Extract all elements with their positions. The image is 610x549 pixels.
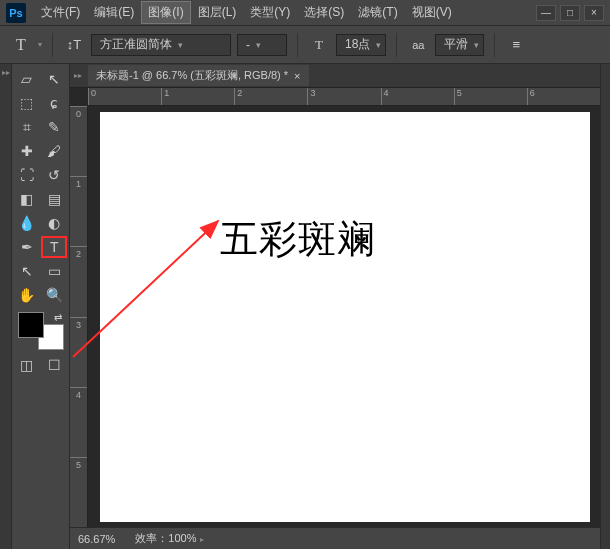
history-brush-tool[interactable]: ↺ [42, 164, 68, 186]
marquee-tool[interactable]: ⬚ [14, 92, 40, 114]
healing-tool[interactable]: ✚ [14, 140, 40, 162]
ruler-horizontal[interactable]: 0 1 2 3 4 5 6 [88, 88, 600, 106]
text-align-button[interactable]: ≡ [505, 34, 527, 56]
zoom-level[interactable]: 66.67% [78, 533, 115, 545]
eraser-tool[interactable]: ◧ [14, 188, 40, 210]
active-tool-indicator[interactable]: T [10, 34, 32, 56]
menu-file[interactable]: 文件(F) [34, 1, 87, 24]
font-size-icon: T [308, 34, 330, 56]
anti-alias-value: 平滑 [444, 36, 468, 53]
anti-alias-dropdown[interactable]: 平滑 ▾ [435, 34, 484, 56]
ruler-vertical[interactable]: 0 1 2 3 4 5 [70, 106, 88, 527]
arrow-cursor[interactable]: ↖ [42, 68, 68, 90]
canvas-area: ▸▸ 未标题-1 @ 66.7% (五彩斑斓, RGB/8) * × 0 1 2… [70, 64, 600, 549]
lasso-tool[interactable]: ɕ [42, 92, 68, 114]
canvas-viewport: 0 1 2 3 4 5 6 0 1 2 3 4 5 五彩斑斓 [70, 88, 600, 527]
tab-nav-icon[interactable]: ▸▸ [74, 71, 82, 80]
menu-select[interactable]: 选择(S) [297, 1, 351, 24]
tool-preset-dropdown-icon[interactable]: ▾ [38, 40, 42, 49]
left-panel-collapse[interactable]: ▸▸ [0, 64, 12, 549]
swap-colors-icon[interactable]: ⇄ [54, 312, 62, 323]
menubar: Ps 文件(F) 编辑(E) 图像(I) 图层(L) 类型(Y) 选择(S) 滤… [0, 0, 610, 26]
close-tab-icon[interactable]: × [294, 70, 300, 82]
stamp-tool[interactable]: ⛶ [14, 164, 40, 186]
chevron-down-icon: ▾ [256, 40, 261, 50]
font-size-dropdown[interactable]: 18点 ▾ [336, 34, 386, 56]
pen-tool[interactable]: ✒ [14, 236, 39, 258]
minimize-button[interactable]: — [536, 5, 556, 21]
options-bar: T ▾ ↕T 方正准圆简体 ▾ - ▾ T 18点 ▾ aa 平滑 ▾ ≡ [0, 26, 610, 64]
font-style-value: - [246, 38, 250, 52]
hand-tool[interactable]: ✋ [14, 284, 40, 306]
document-tab-bar: ▸▸ 未标题-1 @ 66.7% (五彩斑斓, RGB/8) * × [70, 64, 600, 88]
status-bar: 66.67% 效率：100% ▸ [70, 527, 600, 549]
maximize-button[interactable]: □ [560, 5, 580, 21]
font-family-dropdown[interactable]: 方正准圆简体 ▾ [91, 34, 231, 56]
font-style-dropdown[interactable]: - ▾ [237, 34, 287, 56]
crop-tool[interactable]: ⌗ [14, 116, 40, 138]
menu-edit[interactable]: 编辑(E) [87, 1, 141, 24]
brush-tool[interactable]: 🖌 [42, 140, 68, 162]
anti-alias-label: aa [407, 34, 429, 56]
menu-layer[interactable]: 图层(L) [191, 1, 244, 24]
dodge-tool[interactable]: ◐ [42, 212, 68, 234]
text-orientation-toggle[interactable]: ↕T [63, 34, 85, 56]
menu-view[interactable]: 视图(V) [405, 1, 459, 24]
screen-mode-tool[interactable]: ☐ [42, 354, 68, 376]
zoom-tool[interactable]: 🔍 [42, 284, 68, 306]
document-tab-title: 未标题-1 @ 66.7% (五彩斑斓, RGB/8) * [96, 68, 288, 83]
color-swatches[interactable]: ⇄ [16, 312, 66, 350]
document-canvas[interactable]: 五彩斑斓 [100, 112, 590, 522]
font-size-value: 18点 [345, 36, 370, 53]
menu-filter[interactable]: 滤镜(T) [351, 1, 404, 24]
app-logo: Ps [6, 3, 26, 23]
document-tab[interactable]: 未标题-1 @ 66.7% (五彩斑斓, RGB/8) * × [88, 65, 309, 86]
window-controls: — □ × [536, 5, 604, 21]
shape-tool[interactable]: ▭ [42, 260, 68, 282]
type-tool[interactable]: T [41, 236, 67, 258]
expand-right-icon: ▸▸ [2, 68, 10, 77]
right-panel-collapse[interactable] [600, 64, 610, 549]
workspace: ▸▸ ▱↖⬚ɕ⌗✎✚🖌⛶↺◧▤💧◐✒T↖▭✋🔍 ⇄ ◫☐ ▸▸ 未标题-1 @ … [0, 64, 610, 549]
foreground-color[interactable] [18, 312, 44, 338]
move-tool[interactable]: ▱ [14, 68, 40, 90]
path-select-tool[interactable]: ↖ [14, 260, 40, 282]
gradient-tool[interactable]: ▤ [42, 188, 68, 210]
efficiency-readout[interactable]: 效率：100% ▸ [135, 531, 203, 546]
eyedropper-tool[interactable]: ✎ [42, 116, 68, 138]
toolbox: ▱↖⬚ɕ⌗✎✚🖌⛶↺◧▤💧◐✒T↖▭✋🔍 ⇄ ◫☐ [12, 64, 70, 549]
chevron-down-icon: ▾ [474, 40, 479, 50]
font-family-value: 方正准圆简体 [100, 36, 172, 53]
chevron-down-icon: ▾ [178, 40, 183, 50]
quickmask-tool[interactable]: ◫ [14, 354, 40, 376]
chevron-down-icon: ▾ [376, 40, 381, 50]
menu-type[interactable]: 类型(Y) [243, 1, 297, 24]
blur-tool[interactable]: 💧 [14, 212, 40, 234]
text-layer[interactable]: 五彩斑斓 [220, 214, 376, 265]
menu-image[interactable]: 图像(I) [141, 1, 190, 24]
close-button[interactable]: × [584, 5, 604, 21]
